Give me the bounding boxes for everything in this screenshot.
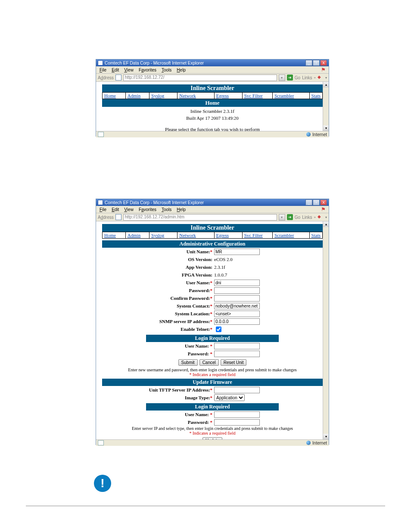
go-button[interactable]: ➜ <box>287 75 293 81</box>
restore-button[interactable]: ▫ <box>313 199 320 205</box>
jigsaw-icon[interactable]: ◆ <box>318 214 324 220</box>
input-login-pass-2[interactable] <box>214 419 260 426</box>
scroll-up-icon[interactable]: ▴ <box>323 82 329 87</box>
menu-edit[interactable]: Edit <box>110 207 121 212</box>
tab-svcfilter[interactable]: Svc Filter <box>242 92 273 99</box>
close-button[interactable]: X <box>320 199 327 205</box>
menu-favorites[interactable]: Favorites <box>137 68 158 72</box>
input-snmp-ip[interactable] <box>214 318 260 325</box>
scrollbar[interactable]: ▴ ▾ <box>323 221 329 439</box>
jigsaw-menu-icon[interactable]: ▾ <box>325 215 327 219</box>
tab-egress[interactable]: Egress <box>214 92 242 99</box>
menu-file[interactable]: File <box>98 68 108 72</box>
menu-help[interactable]: Help <box>175 68 187 72</box>
select-image-type[interactable]: Application <box>214 394 245 401</box>
label-user-name: User Name:* <box>102 280 213 285</box>
label-snmp-ip: SNMP server IP address:* <box>102 319 213 324</box>
jigsaw-icon[interactable]: ◆ <box>318 75 324 81</box>
tab-stats[interactable]: Stats <box>309 232 323 239</box>
required-note-1: * Indicates a required field <box>102 372 323 377</box>
tab-egress[interactable]: Egress <box>214 232 242 239</box>
links-chevron-icon[interactable]: » <box>314 76 316 80</box>
content-viewport: Inline Scrambler Home Admin Syslog Netwo… <box>96 221 329 439</box>
input-confirm-password[interactable] <box>214 295 260 302</box>
ie-flag-icon: ⚑ <box>321 206 327 212</box>
jigsaw-menu-icon[interactable]: ▾ <box>325 76 327 80</box>
update-button[interactable]: Update <box>202 437 222 439</box>
input-user-name[interactable] <box>214 280 260 286</box>
links-chevron-icon[interactable]: » <box>314 215 316 219</box>
scroll-down-icon[interactable]: ▾ <box>323 125 329 131</box>
input-system-location[interactable] <box>214 311 260 317</box>
submit-button[interactable]: Submit <box>178 359 198 366</box>
menu-view[interactable]: View <box>122 207 135 212</box>
input-password[interactable] <box>214 287 260 294</box>
input-login-pass-1[interactable] <box>214 351 260 357</box>
section-login-required-1: Login Required <box>146 335 278 342</box>
menu-tools[interactable]: Tools <box>160 68 173 72</box>
input-unit-name[interactable] <box>214 249 260 255</box>
label-login-user-2: User Name: * <box>102 412 213 417</box>
input-login-user-1[interactable] <box>214 343 260 349</box>
address-dropdown-icon[interactable]: ▾ <box>279 75 285 81</box>
note-admin: Enter new username and password, then en… <box>102 367 323 372</box>
address-label: Address <box>98 75 114 80</box>
label-unit-name: Unit Name:* <box>102 249 213 254</box>
tab-syslog[interactable]: Syslog <box>149 92 177 99</box>
label-system-contact: System Contact:* <box>102 303 213 308</box>
go-label: Go <box>295 75 300 80</box>
tab-svcfilter[interactable]: Svc Filter <box>242 232 273 239</box>
reset-unit-button[interactable]: Reset Unit <box>221 359 247 366</box>
menu-edit[interactable]: Edit <box>110 68 121 72</box>
tab-row: Home Admin Syslog Network Egress Svc Fil… <box>102 232 323 239</box>
tab-scrambler[interactable]: Scrambler <box>272 232 309 239</box>
input-tftp-ip[interactable] <box>214 387 260 393</box>
required-note-2: * Indicates a required field <box>102 431 323 436</box>
address-input[interactable]: http://192.168.12.72/admin.htm <box>123 214 277 221</box>
checkbox-enable-telnet[interactable] <box>216 327 221 332</box>
input-system-contact[interactable] <box>214 303 260 309</box>
tab-scrambler[interactable]: Scrambler <box>272 92 309 99</box>
menu-help[interactable]: Help <box>175 207 187 212</box>
close-button[interactable]: X <box>320 60 327 66</box>
address-input[interactable]: http://192.168.12.72/ <box>123 75 277 81</box>
tab-row: Home Admin Syslog Network Egress Svc Fil… <box>102 92 323 99</box>
links-label[interactable]: Links <box>302 75 312 80</box>
label-enable-telnet: Enable Telnet:* <box>102 327 213 332</box>
content-viewport: Inline Scrambler Home Admin Syslog Netwo… <box>96 82 329 131</box>
go-button[interactable]: ➜ <box>287 214 293 220</box>
scroll-up-icon[interactable]: ▴ <box>323 221 329 227</box>
address-bar: Address http://192.168.12.72/admin.htm ▾… <box>96 213 329 221</box>
tab-admin[interactable]: Admin <box>125 232 149 239</box>
scrollbar[interactable]: ▴ ▾ <box>323 82 329 131</box>
minimize-button[interactable]: _ <box>305 60 312 66</box>
scroll-down-icon[interactable]: ▾ <box>323 434 329 439</box>
label-tftp-ip: Unit TFTP Server IP Address:* <box>102 387 213 392</box>
tab-stats[interactable]: Stats <box>309 92 323 99</box>
tab-home[interactable]: Home <box>102 92 125 99</box>
value-app-version: 2.3.1f <box>213 264 225 270</box>
links-label[interactable]: Links <box>302 215 312 220</box>
zone-label: Internet <box>312 132 327 137</box>
tab-network[interactable]: Network <box>177 232 214 239</box>
tab-syslog[interactable]: Syslog <box>149 232 177 239</box>
restore-button[interactable]: ▫ <box>313 60 320 66</box>
globe-icon <box>306 132 311 137</box>
tab-admin[interactable]: Admin <box>125 92 149 99</box>
menu-view[interactable]: View <box>122 68 135 72</box>
address-dropdown-icon[interactable]: ▾ <box>279 214 285 221</box>
menu-file[interactable]: File <box>98 207 108 212</box>
page-icon <box>115 75 121 81</box>
label-login-user-1: User Name: * <box>102 343 213 348</box>
menu-favorites[interactable]: Favorites <box>137 207 158 212</box>
value-fpga-version: 1.0.0.7 <box>213 272 227 277</box>
menu-bar: File Edit View Favorites Tools Help ⚑ <box>96 206 329 213</box>
menu-tools[interactable]: Tools <box>160 207 173 212</box>
input-login-user-2[interactable] <box>214 411 260 418</box>
tab-home[interactable]: Home <box>102 232 125 239</box>
version-line-1: Inline Scrambler 2.3.1f <box>96 109 329 114</box>
cancel-button[interactable]: Cancel <box>199 359 219 366</box>
version-line-2: Built Apr 17 2007 13:49:20 <box>96 115 329 121</box>
tab-network[interactable]: Network <box>177 92 214 99</box>
minimize-button[interactable]: _ <box>305 199 312 205</box>
